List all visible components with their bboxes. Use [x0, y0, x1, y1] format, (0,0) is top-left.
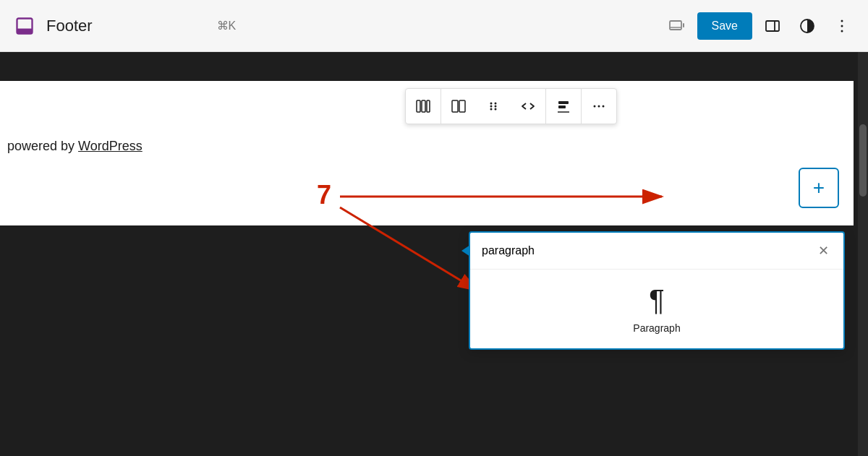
more-options-button[interactable] [827, 12, 856, 40]
svg-point-26 [598, 106, 600, 108]
header-left: Footer ⌘K [12, 13, 236, 39]
block-search-dropdown: ✕ ¶ Paragraph [469, 231, 845, 350]
toolbar-group-more [582, 89, 616, 124]
svg-rect-13 [427, 100, 430, 112]
footer-block-icon [12, 13, 38, 39]
block-toolbar [405, 88, 617, 124]
powered-by-text: powered by WordPress [7, 139, 142, 154]
svg-point-20 [490, 108, 493, 111]
search-clear-button[interactable]: ✕ [812, 240, 835, 262]
paragraph-block-label: Paragraph [633, 322, 680, 334]
svg-point-27 [603, 106, 605, 108]
search-input-row: ✕ [470, 233, 843, 270]
toolbar-group-columns [406, 89, 441, 124]
sidebar-toggle-button[interactable] [758, 12, 787, 40]
block-search-input[interactable] [479, 236, 812, 266]
add-block-button[interactable]: + [799, 168, 839, 208]
dropdown-pointer [461, 245, 470, 257]
svg-rect-2 [670, 21, 681, 30]
paragraph-block-icon: ¶ [649, 284, 664, 317]
svg-rect-22 [558, 101, 569, 104]
toolbar-group-layout [441, 89, 546, 124]
svg-point-10 [841, 30, 843, 32]
svg-rect-12 [422, 100, 425, 112]
header-right: Save [663, 12, 856, 40]
keyboard-shortcut: ⌘K [217, 19, 237, 33]
style-toggle-button[interactable] [793, 12, 822, 40]
svg-point-19 [495, 106, 497, 108]
scrollbar-thumb[interactable] [859, 124, 867, 197]
svg-point-9 [841, 25, 843, 27]
wordpress-link[interactable]: WordPress [78, 139, 142, 153]
search-results: ¶ Paragraph [470, 270, 843, 348]
svg-rect-23 [558, 106, 566, 108]
toolbar-align-button[interactable] [546, 89, 581, 124]
scrollbar[interactable] [858, 52, 868, 456]
svg-point-8 [841, 20, 843, 22]
header: Footer ⌘K Save [0, 0, 868, 52]
toolbar-more-button[interactable] [582, 89, 616, 124]
svg-point-21 [495, 108, 497, 111]
main-canvas-area: powered by WordPress [0, 52, 868, 456]
toolbar-split-button[interactable] [441, 89, 476, 124]
toolbar-group-align [546, 89, 582, 124]
svg-rect-3 [683, 23, 684, 27]
device-preview-button[interactable] [663, 12, 692, 40]
svg-rect-1 [17, 28, 33, 33]
svg-rect-5 [766, 21, 779, 31]
svg-rect-11 [417, 100, 420, 112]
powered-by-label: powered by [7, 139, 78, 153]
toolbar-code-button[interactable] [511, 89, 545, 124]
save-button[interactable]: Save [697, 12, 752, 40]
svg-rect-14 [452, 100, 458, 112]
page-title: Footer [46, 17, 93, 35]
svg-rect-15 [459, 100, 465, 112]
toolbar-move-button[interactable] [476, 89, 511, 124]
toolbar-columns-button[interactable] [406, 89, 441, 124]
svg-point-16 [490, 103, 493, 105]
svg-point-25 [594, 106, 596, 108]
svg-point-18 [490, 106, 493, 108]
svg-point-17 [495, 103, 497, 105]
